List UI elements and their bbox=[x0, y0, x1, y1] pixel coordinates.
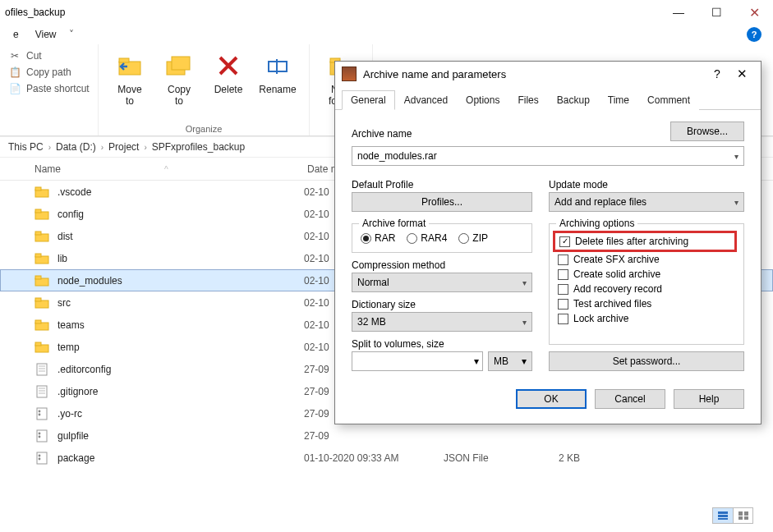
file-name: dist bbox=[58, 231, 304, 242]
help-button[interactable]: Help bbox=[674, 389, 744, 409]
value: MB bbox=[494, 355, 508, 367]
label: Add recovery record bbox=[573, 283, 662, 295]
radio-rar[interactable]: RAR bbox=[361, 232, 395, 244]
set-password-button[interactable]: Set password... bbox=[549, 351, 744, 371]
copy-to-button[interactable]: Copy to bbox=[156, 48, 202, 113]
file-date: 27-09 bbox=[304, 430, 444, 442]
copy-path-icon: 📋 bbox=[8, 66, 21, 79]
update-mode-combo[interactable]: Add and replace files ▾ bbox=[549, 192, 744, 212]
folder-icon bbox=[35, 186, 49, 198]
tab-advanced[interactable]: Advanced bbox=[395, 90, 457, 110]
help-icon[interactable]: ? bbox=[747, 27, 761, 42]
chevron-down-icon: ▾ bbox=[522, 278, 527, 287]
crumb[interactable]: This PC bbox=[8, 141, 44, 153]
cancel-button[interactable]: Cancel bbox=[595, 389, 665, 409]
folder-icon bbox=[35, 275, 49, 287]
minimize-button[interactable]: — bbox=[660, 0, 697, 25]
check-solid[interactable]: Create solid archive bbox=[558, 267, 735, 282]
svg-rect-11 bbox=[35, 209, 41, 213]
folder-icon bbox=[35, 209, 49, 220]
file-size: 2 KB bbox=[559, 452, 624, 464]
tab-files[interactable]: Files bbox=[508, 90, 547, 110]
svg-rect-42 bbox=[718, 515, 728, 517]
split-unit-combo[interactable]: MB ▾ bbox=[488, 351, 532, 371]
tab-time[interactable]: Time bbox=[599, 90, 638, 110]
scissors-icon: ✂ bbox=[8, 49, 21, 62]
archive-dialog: Archive name and parameters ? ✕ General … bbox=[334, 61, 761, 424]
checkbox-icon bbox=[558, 284, 568, 295]
label: Cut bbox=[26, 50, 42, 62]
checkbox-icon bbox=[558, 299, 568, 310]
tab-comment[interactable]: Comment bbox=[638, 90, 699, 110]
dialog-close-button[interactable]: ✕ bbox=[729, 66, 754, 81]
svg-rect-47 bbox=[744, 516, 748, 520]
tab-options[interactable]: Options bbox=[457, 90, 508, 110]
dictionary-combo[interactable]: 32 MB ▾ bbox=[352, 312, 532, 332]
move-to-button[interactable]: Move to bbox=[107, 48, 153, 113]
checkbox-icon bbox=[558, 314, 568, 324]
file-row[interactable]: package01-10-2020 09:33 AMJSON File2 KB bbox=[0, 447, 773, 469]
svg-rect-19 bbox=[35, 298, 41, 301]
chevron-down-icon[interactable]: ▾ bbox=[734, 152, 738, 161]
file-icon bbox=[35, 364, 49, 375]
split-size-input[interactable]: ▾ bbox=[352, 351, 483, 371]
profiles-button[interactable]: Profiles... bbox=[352, 192, 532, 212]
label: Test archived files bbox=[573, 298, 651, 310]
svg-point-34 bbox=[39, 413, 41, 415]
check-delete-after[interactable]: ✓ Delete files after archiving bbox=[559, 234, 730, 249]
label: Copy to bbox=[168, 84, 191, 107]
clipboard-group: ✂ Cut 📋 Copy path 📄 Paste shortcut bbox=[0, 44, 99, 135]
maximize-button[interactable]: ☐ bbox=[697, 0, 735, 25]
file-row[interactable]: gulpfile27-09 bbox=[0, 424, 773, 447]
radio-zip[interactable]: ZIP bbox=[458, 232, 488, 244]
large-icons-view-button[interactable] bbox=[733, 508, 752, 523]
label: ZIP bbox=[472, 232, 488, 244]
checkbox-icon: ✓ bbox=[559, 236, 570, 247]
folder-icon bbox=[35, 253, 49, 264]
delete-icon bbox=[214, 51, 243, 80]
menu-share[interactable]: e bbox=[5, 27, 27, 42]
split-label: Split to volumes, size bbox=[352, 338, 532, 350]
value: 32 MB bbox=[357, 316, 386, 328]
browse-button[interactable]: Browse... bbox=[670, 122, 744, 141]
crumb[interactable]: SPFxprofiles_backup bbox=[152, 141, 245, 153]
file-name: temp bbox=[58, 342, 304, 353]
dialog-help-button[interactable]: ? bbox=[705, 67, 729, 80]
compression-combo[interactable]: Normal ▾ bbox=[352, 273, 532, 292]
ok-button[interactable]: OK bbox=[516, 389, 587, 409]
file-name: gulpfile bbox=[58, 430, 304, 442]
svg-rect-32 bbox=[37, 408, 47, 420]
close-button[interactable]: ✕ bbox=[735, 0, 773, 25]
rar-icon bbox=[342, 66, 357, 81]
chevron-right-icon: › bbox=[101, 143, 104, 152]
label: Paste shortcut bbox=[26, 83, 90, 94]
radio-rar4[interactable]: RAR4 bbox=[407, 232, 447, 244]
check-sfx[interactable]: Create SFX archive bbox=[558, 252, 735, 267]
svg-point-39 bbox=[39, 454, 41, 456]
file-name: teams bbox=[58, 319, 304, 331]
file-type: JSON File bbox=[444, 452, 559, 464]
details-view-button[interactable] bbox=[713, 508, 733, 523]
svg-point-37 bbox=[39, 435, 41, 438]
check-test[interactable]: Test archived files bbox=[558, 296, 735, 311]
copy-path-button[interactable]: 📋 Copy path bbox=[8, 64, 90, 80]
menu-view[interactable]: View bbox=[27, 27, 65, 42]
svg-rect-17 bbox=[35, 276, 41, 279]
tab-backup[interactable]: Backup bbox=[548, 90, 599, 110]
check-lock[interactable]: Lock archive bbox=[558, 311, 735, 326]
svg-rect-43 bbox=[718, 518, 728, 520]
rename-button[interactable]: Rename bbox=[255, 48, 301, 113]
crumb[interactable]: Project bbox=[108, 141, 139, 153]
window-title: ofiles_backup bbox=[5, 7, 65, 18]
ribbon-expand-caret[interactable]: ˅ bbox=[64, 27, 79, 42]
delete-button[interactable]: Delete bbox=[205, 48, 251, 113]
dialog-tabs: General Advanced Options Files Backup Ti… bbox=[335, 86, 761, 110]
tab-general[interactable]: General bbox=[342, 90, 395, 110]
cut-button[interactable]: ✂ Cut bbox=[8, 48, 90, 64]
crumb[interactable]: Data (D:) bbox=[56, 141, 96, 153]
check-recovery[interactable]: Add recovery record bbox=[558, 282, 735, 296]
archive-name-input[interactable]: node_modules.rar ▾ bbox=[352, 146, 744, 166]
label: RAR4 bbox=[421, 232, 447, 244]
paste-shortcut-button[interactable]: 📄 Paste shortcut bbox=[8, 80, 90, 97]
col-name[interactable]: Name bbox=[0, 163, 296, 175]
